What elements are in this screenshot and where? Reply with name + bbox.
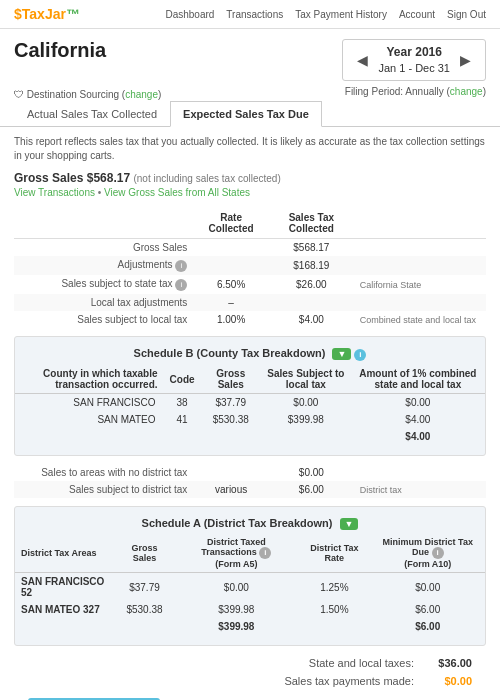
shield-icon: 🛡	[14, 89, 24, 100]
table-row: SAN MATEO 327 $530.38 $399.98 1.50% $6.0…	[15, 601, 485, 618]
payments-summary: Sales tax payments made: $0.00	[14, 672, 486, 690]
table-row: Adjustments i $168.19	[14, 256, 486, 275]
schedule-b-dropdown[interactable]: ▼	[332, 348, 351, 360]
main-content: This report reflects sales tax that you …	[0, 127, 500, 700]
table-row: Sales subject to local tax 1.00% $4.00 C…	[14, 311, 486, 328]
gross-sales-heading: Gross Sales $568.17 (not including sales…	[14, 171, 486, 185]
summary-section: State and local taxes: $36.00 Sales tax …	[14, 654, 486, 690]
page-title: California	[14, 39, 106, 62]
prev-year-button[interactable]: ◀	[353, 52, 372, 68]
schedule-a-title: Schedule A (District Tax Breakdown) ▼	[15, 513, 485, 534]
nav-account[interactable]: Account	[399, 9, 435, 20]
table-row: Sales to areas with no district tax $0.0…	[14, 464, 486, 481]
table-row: Sales subject to state tax i 6.50% $26.0…	[14, 275, 486, 294]
state-tax-info-icon[interactable]: i	[175, 279, 187, 291]
table-row: SAN FRANCISCO 38 $37.79 $0.00 $0.00	[15, 394, 485, 412]
view-gross-all-states-link[interactable]: View Gross Sales from All States	[104, 187, 250, 198]
report-note: This report reflects sales tax that you …	[14, 135, 486, 163]
schedule-b-section: Schedule B (County Tax Breakdown) ▼ i Co…	[14, 336, 486, 456]
year-label: Year 2016 Jan 1 - Dec 31	[378, 44, 450, 76]
main-tax-table: Rate Collected Sales Tax Collected Gross…	[14, 208, 486, 328]
tabs-container: Actual Sales Tax Collected Expected Sale…	[0, 101, 500, 127]
logo: $TaxJar™	[14, 6, 80, 22]
view-transactions-link[interactable]: View Transactions	[14, 187, 95, 198]
dist-txn-info-icon[interactable]: i	[259, 547, 271, 559]
tab-expected[interactable]: Expected Sales Tax Due	[170, 101, 322, 127]
adjustments-info-icon[interactable]: i	[175, 260, 187, 272]
nav-dashboard[interactable]: Dashboard	[165, 9, 214, 20]
schedule-b-table: County in which taxable transaction occu…	[15, 365, 485, 445]
district-mid-table: Sales to areas with no district tax $0.0…	[14, 464, 486, 498]
view-links: View Transactions • View Gross Sales fro…	[14, 187, 486, 198]
table-row: Gross Sales $568.17	[14, 239, 486, 257]
schedule-b-info-icon[interactable]: i	[354, 349, 366, 361]
table-row: SAN FRANCISCO 52 $37.79 $0.00 1.25% $0.0…	[15, 573, 485, 602]
enroll-section: 📄 Enroll in AutoFile or file manually Mi…	[14, 690, 486, 700]
nav-tax-payment-history[interactable]: Tax Payment History	[295, 9, 387, 20]
page-header: California ◀ Year 2016 Jan 1 - Dec 31 ▶	[0, 29, 500, 87]
schedule-b-title: Schedule B (County Tax Breakdown) ▼ i	[15, 343, 485, 365]
top-nav: $TaxJar™ Dashboard Transactions Tax Paym…	[0, 0, 500, 29]
nav-sign-out[interactable]: Sign Out	[447, 9, 486, 20]
next-year-button[interactable]: ▶	[456, 52, 475, 68]
min-dist-info-icon[interactable]: i	[432, 547, 444, 559]
sourcing-change-link[interactable]: change	[125, 89, 158, 100]
schedule-a-section: Schedule A (District Tax Breakdown) ▼ Di…	[14, 506, 486, 646]
filing-change-link[interactable]: change	[450, 86, 483, 97]
year-nav: ◀ Year 2016 Jan 1 - Dec 31 ▶	[342, 39, 486, 81]
table-row: Sales subject to district tax various $6…	[14, 481, 486, 498]
schedule-a-dropdown[interactable]: ▼	[340, 518, 359, 530]
table-row: $4.00	[15, 428, 485, 445]
table-row: Local tax adjustments –	[14, 294, 486, 311]
nav-transactions[interactable]: Transactions	[226, 9, 283, 20]
table-row: SAN MATEO 41 $530.38 $399.98 $4.00	[15, 411, 485, 428]
state-local-summary: State and local taxes: $36.00	[14, 654, 486, 672]
tab-actual[interactable]: Actual Sales Tax Collected	[14, 101, 170, 126]
nav-links: Dashboard Transactions Tax Payment Histo…	[165, 9, 486, 20]
schedule-a-table: District Tax Areas Gross Sales District …	[15, 534, 485, 635]
table-row: $399.98 $6.00	[15, 618, 485, 635]
